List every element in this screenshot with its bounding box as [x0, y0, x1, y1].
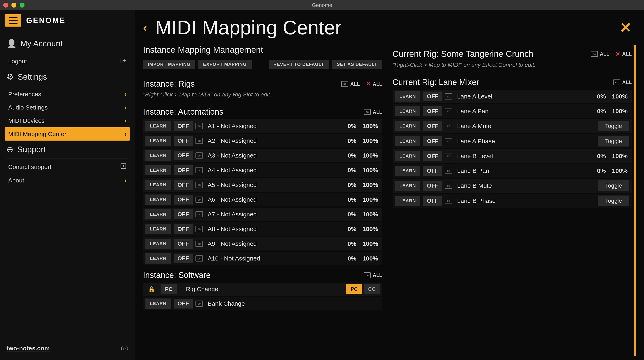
back-button[interactable]: ‹	[143, 21, 147, 35]
max-value[interactable]: 100%	[362, 196, 378, 203]
min-value[interactable]: 0%	[348, 122, 356, 130]
cc-icon[interactable]: cc	[445, 108, 452, 114]
cc-icon[interactable]: cc	[196, 123, 203, 129]
off-button[interactable]: OFF	[423, 181, 442, 190]
learn-button[interactable]: LEARN	[395, 91, 420, 102]
revert-default-button[interactable]: REVERT TO DEFAULT	[268, 60, 329, 69]
off-button[interactable]: OFF	[174, 210, 192, 219]
minimize-window-button[interactable]	[12, 3, 16, 8]
contact-support-item[interactable]: Contact support	[5, 160, 130, 174]
max-value[interactable]: 100%	[612, 93, 628, 100]
learn-button[interactable]: LEARN	[395, 151, 420, 161]
import-mapping-button[interactable]: IMPORT MAPPING	[143, 60, 195, 69]
min-value[interactable]: 0%	[597, 167, 606, 174]
cc-icon[interactable]: cc	[196, 241, 203, 247]
max-value[interactable]: 100%	[362, 240, 378, 247]
cc-icon[interactable]: cc	[445, 168, 452, 174]
logout-item[interactable]: Logout	[5, 54, 130, 68]
off-button[interactable]: OFF	[423, 92, 442, 101]
learn-button[interactable]: LEARN	[395, 121, 420, 131]
max-value[interactable]: 100%	[612, 152, 628, 160]
off-button[interactable]: OFF	[174, 180, 192, 190]
cc-tag[interactable]: CC	[364, 284, 380, 294]
min-value[interactable]: 0%	[597, 93, 606, 100]
max-value[interactable]: 100%	[362, 226, 378, 232]
close-button[interactable]: ✕	[620, 19, 632, 36]
max-value[interactable]: 100%	[362, 211, 378, 218]
max-value[interactable]: 100%	[362, 255, 378, 262]
rigs-all-cc[interactable]: ccALL	[341, 81, 360, 87]
rigs-all-delete[interactable]: ✕ALL	[366, 80, 382, 87]
off-button[interactable]: OFF	[423, 136, 442, 146]
automations-all-cc[interactable]: ccALL	[364, 109, 382, 115]
off-button[interactable]: OFF	[174, 254, 192, 263]
min-value[interactable]: 0%	[348, 226, 356, 232]
cc-icon[interactable]: cc	[196, 138, 203, 144]
learn-button[interactable]: LEARN	[146, 165, 171, 175]
cc-icon[interactable]: cc	[445, 153, 452, 159]
cc-icon[interactable]: cc	[445, 198, 452, 204]
hamburger-menu-button[interactable]	[5, 14, 21, 26]
cc-icon[interactable]: cc	[196, 226, 203, 232]
learn-button[interactable]: LEARN	[395, 106, 420, 116]
off-button[interactable]: OFF	[423, 151, 442, 161]
min-value[interactable]: 0%	[597, 108, 606, 114]
learn-button[interactable]: LEARN	[146, 194, 171, 205]
off-button[interactable]: OFF	[423, 166, 442, 176]
pc-button[interactable]: PC	[160, 284, 177, 294]
max-value[interactable]: 100%	[612, 167, 628, 174]
mixer-all-cc[interactable]: ccALL	[613, 80, 632, 85]
learn-button[interactable]: LEARN	[395, 180, 420, 191]
learn-button[interactable]: LEARN	[146, 180, 171, 190]
off-button[interactable]: OFF	[423, 196, 442, 206]
toggle-button[interactable]: Toggle	[598, 136, 629, 146]
rig-all-delete[interactable]: ✕ALL	[616, 51, 632, 58]
learn-button[interactable]: LEARN	[146, 209, 171, 220]
learn-button[interactable]: LEARN	[146, 239, 171, 249]
learn-button[interactable]: LEARN	[395, 196, 420, 206]
learn-button[interactable]: LEARN	[395, 136, 420, 146]
cc-icon[interactable]: cc	[196, 152, 203, 158]
off-button[interactable]: OFF	[423, 106, 442, 116]
off-button[interactable]: OFF	[174, 165, 192, 175]
sidebar-item-midi-mapping[interactable]: MIDI Mapping Center ›	[5, 127, 130, 140]
toggle-button[interactable]: Toggle	[598, 121, 629, 131]
min-value[interactable]: 0%	[348, 182, 356, 188]
off-button[interactable]: OFF	[174, 150, 192, 160]
export-mapping-button[interactable]: EXPORT MAPPING	[198, 60, 252, 69]
rig-all-cc[interactable]: ccALL	[591, 51, 610, 57]
learn-button[interactable]: LEARN	[146, 298, 171, 309]
off-button[interactable]: OFF	[174, 224, 192, 234]
off-button[interactable]: OFF	[174, 299, 192, 308]
min-value[interactable]: 0%	[348, 137, 356, 144]
cc-icon[interactable]: cc	[196, 256, 203, 262]
off-button[interactable]: OFF	[174, 136, 192, 146]
learn-button[interactable]: LEARN	[146, 121, 171, 131]
max-value[interactable]: 100%	[362, 122, 378, 130]
off-button[interactable]: OFF	[423, 121, 442, 131]
pc-tag[interactable]: PC	[346, 284, 362, 294]
cc-icon[interactable]: cc	[445, 138, 452, 144]
max-value[interactable]: 100%	[612, 108, 628, 114]
max-value[interactable]: 100%	[362, 167, 378, 174]
off-button[interactable]: OFF	[174, 239, 192, 249]
min-value[interactable]: 0%	[348, 240, 356, 247]
learn-button[interactable]: LEARN	[146, 253, 171, 264]
about-item[interactable]: About ›	[5, 174, 130, 187]
learn-button[interactable]: LEARN	[146, 150, 171, 160]
close-window-button[interactable]	[3, 3, 8, 8]
cc-icon[interactable]: cc	[196, 182, 203, 188]
cc-icon[interactable]: cc	[196, 211, 203, 218]
min-value[interactable]: 0%	[348, 167, 356, 174]
website-link[interactable]: two-notes.com	[6, 345, 50, 352]
sidebar-item-preferences[interactable]: Preferences ›	[5, 88, 130, 101]
cc-icon[interactable]: cc	[196, 300, 203, 307]
cc-icon[interactable]: cc	[445, 123, 452, 129]
off-button[interactable]: OFF	[174, 121, 192, 131]
toggle-button[interactable]: Toggle	[598, 180, 629, 191]
min-value[interactable]: 0%	[597, 152, 606, 160]
max-value[interactable]: 100%	[362, 137, 378, 144]
min-value[interactable]: 0%	[348, 255, 356, 262]
min-value[interactable]: 0%	[348, 152, 356, 159]
sidebar-item-midi-devices[interactable]: MIDI Devices ›	[5, 114, 130, 127]
